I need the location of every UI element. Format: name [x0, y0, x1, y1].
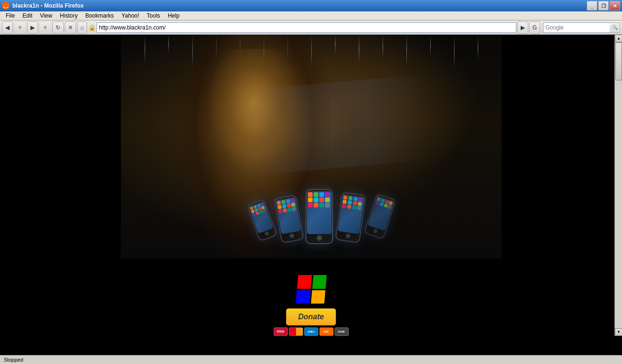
search-go-button[interactable]: 🔍	[610, 22, 620, 33]
light-beam	[240, 74, 430, 176]
close-button[interactable]: ✕	[610, 1, 620, 10]
stop-button[interactable]: ✕	[65, 21, 76, 34]
iphone-1-apps	[248, 201, 267, 217]
visa-label: VISA	[276, 330, 284, 333]
menu-yahoo[interactable]: Yahoo!	[118, 11, 143, 20]
restore-button[interactable]: ❐	[598, 1, 609, 10]
menu-bar: File Edit View History Bookmarks Yahoo! …	[0, 11, 622, 20]
back-button[interactable]: ◀	[2, 21, 13, 34]
app-icon	[342, 199, 346, 204]
stop-icon: ✕	[68, 24, 73, 31]
app-icon	[314, 197, 318, 202]
menu-view[interactable]: View	[36, 11, 56, 20]
forward-arrow-icon: ▶	[30, 24, 35, 31]
rain-drop	[454, 35, 454, 68]
menu-file[interactable]: File	[2, 11, 19, 20]
app-icon	[352, 201, 356, 205]
app-icon	[259, 210, 263, 214]
iphone-4-screen	[337, 194, 364, 234]
app-icon	[292, 207, 296, 211]
app-icon	[282, 204, 286, 208]
search-icon: 🔍	[612, 25, 618, 30]
rain-drop	[430, 35, 431, 56]
bank-label: BANK	[338, 330, 345, 333]
menu-tools[interactable]: Tools	[143, 11, 164, 20]
below-scene: Donate VISA AMEX DISC	[121, 258, 502, 345]
app-icon	[262, 209, 266, 213]
menu-history[interactable]: History	[56, 11, 81, 20]
rain-drop	[145, 35, 145, 63]
windows-logo	[297, 275, 326, 304]
title-bar: 🦊 blackra1n - Mozilla Firefox _ ❐ ✕	[0, 0, 622, 11]
scroll-up-button[interactable]: ▲	[615, 35, 622, 42]
home-button[interactable]: ⌂	[77, 21, 87, 34]
security-icon: 🔒	[88, 24, 96, 31]
scroll-track[interactable]	[615, 42, 622, 328]
scroll-down-button[interactable]: ▼	[615, 328, 622, 336]
card-mastercard-icon	[289, 327, 303, 336]
app-icon	[347, 200, 352, 205]
app-icon	[352, 205, 356, 209]
back-arrow-icon: ◀	[5, 24, 10, 31]
menu-help[interactable]: Help	[164, 11, 183, 20]
app-icon	[319, 192, 324, 197]
app-icon	[319, 203, 324, 207]
app-icon	[278, 209, 282, 213]
back-dropdown-button[interactable]: ▼	[14, 21, 26, 34]
rain-drop	[359, 35, 359, 63]
back-dropdown-icon: ▼	[17, 24, 23, 31]
hero-scene	[121, 35, 502, 258]
phones-row	[254, 189, 388, 244]
scroll-thumb[interactable]	[615, 42, 622, 80]
forward-button[interactable]: ▶	[27, 21, 38, 34]
iphone-2-home-button	[289, 233, 295, 239]
iphone-2-screen	[275, 197, 301, 234]
card-visa-icon: VISA	[274, 327, 288, 336]
app-icon	[286, 203, 291, 207]
card-amex-icon: AMEX	[304, 327, 318, 336]
rain-drop	[383, 35, 383, 59]
rain-drop	[168, 35, 169, 54]
app-icon	[343, 195, 347, 199]
menu-edit[interactable]: Edit	[19, 11, 36, 20]
payment-cards-row: VISA AMEX DISC BANK	[274, 327, 349, 336]
search-input[interactable]	[543, 22, 610, 33]
vertical-scrollbar: ▲ ▼	[614, 35, 622, 336]
app-icon	[287, 207, 291, 212]
donate-button[interactable]: Donate	[286, 308, 336, 325]
app-icon	[325, 203, 330, 207]
windows-quadrant-green	[312, 275, 326, 289]
reload-button[interactable]: ↻	[52, 21, 64, 34]
card-discover-icon: DISC	[319, 327, 334, 336]
rain-drop	[406, 35, 407, 66]
google-icon-button[interactable]: G	[529, 21, 540, 34]
address-go-button[interactable]: ▶	[517, 21, 528, 34]
card-bank-icon: BANK	[335, 327, 349, 336]
app-icon	[290, 198, 295, 202]
app-icon	[325, 192, 330, 197]
content-wrapper: Donate VISA AMEX DISC	[0, 35, 622, 355]
iphone-4	[335, 192, 366, 243]
windows-quadrant-yellow	[310, 290, 325, 304]
disc-label: DISC	[324, 330, 329, 333]
windows-quadrant-blue	[296, 290, 310, 304]
browser-window: 🦊 blackra1n - Mozilla Firefox _ ❐ ✕ File…	[0, 0, 622, 364]
menu-bookmarks[interactable]: Bookmarks	[81, 11, 118, 20]
minimize-button[interactable]: _	[587, 1, 597, 10]
address-input[interactable]	[97, 22, 516, 33]
app-icon	[325, 197, 330, 202]
app-icon	[357, 202, 362, 206]
iphone-5-home-button	[372, 228, 377, 234]
app-icon	[314, 192, 318, 197]
iphone-4-apps	[341, 194, 365, 211]
home-icon: ⌂	[80, 24, 84, 31]
status-bar: Stopped	[0, 355, 622, 364]
forward-dropdown-button[interactable]: ▼	[39, 21, 51, 34]
app-icon	[383, 203, 387, 207]
app-icon	[255, 211, 259, 215]
forward-dropdown-icon: ▼	[42, 24, 48, 31]
rain-drop	[335, 35, 336, 54]
status-text: Stopped	[4, 357, 23, 363]
app-icon	[379, 202, 384, 206]
app-icon	[308, 192, 313, 197]
